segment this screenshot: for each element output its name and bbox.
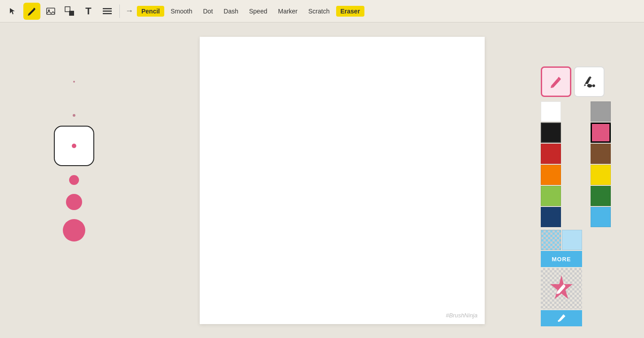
- brush-preview-dot: [72, 144, 76, 148]
- color-pink[interactable]: [591, 123, 611, 143]
- svg-rect-4: [69, 11, 74, 16]
- pencil-draw-tool-button[interactable]: [23, 3, 40, 20]
- brush-marker-button[interactable]: Marker: [273, 6, 302, 17]
- fill-bucket-icon: [583, 75, 596, 88]
- color-navy[interactable]: [541, 207, 561, 227]
- brush-smooth-button[interactable]: Smooth: [166, 6, 197, 17]
- eyedropper-button[interactable]: [541, 310, 582, 326]
- toolbar: T → Pencil Smooth Dot Dash Speed Marker …: [0, 0, 644, 22]
- pencil-tool-icon: [27, 6, 37, 16]
- lines-tool-icon: [102, 7, 112, 15]
- svg-point-8: [592, 84, 595, 87]
- text-tool-icon: T: [85, 5, 91, 17]
- small-brush-preview-2: [73, 114, 75, 117]
- brush-pencil-button[interactable]: Pencil: [137, 6, 164, 17]
- brand-pencil-icon: [556, 283, 567, 294]
- color-lightblue[interactable]: [562, 230, 582, 250]
- fill-mode-button[interactable]: [574, 66, 605, 97]
- select-tool-button[interactable]: [4, 3, 22, 20]
- color-lime[interactable]: [541, 186, 561, 206]
- color-red[interactable]: [541, 144, 561, 164]
- pencil-draw-icon: [549, 75, 563, 88]
- shape-tool-icon: [65, 6, 74, 16]
- svg-rect-6: [103, 10, 112, 12]
- svg-marker-0: [10, 8, 15, 14]
- eyedropper-icon: [557, 314, 566, 323]
- color-yellow[interactable]: [591, 165, 611, 185]
- brush-size-medium[interactable]: [66, 194, 82, 210]
- brush-size-preview-box[interactable]: [54, 126, 94, 166]
- color-grid: [541, 101, 640, 227]
- color-black[interactable]: [541, 123, 561, 143]
- color-gray[interactable]: [591, 101, 611, 122]
- main-area: #BrushNinja: [0, 22, 644, 338]
- brush-dash-button[interactable]: Dash: [219, 6, 243, 17]
- right-sidebar: MORE: [536, 22, 644, 338]
- extra-color-row: [541, 230, 640, 250]
- color-palette-section: MORE: [541, 101, 640, 326]
- drawing-canvas[interactable]: #BrushNinja: [200, 37, 485, 324]
- brush-eraser-button[interactable]: Eraser: [336, 6, 365, 17]
- select-cursor-icon: [9, 7, 17, 15]
- svg-rect-7: [103, 13, 112, 14]
- draw-fill-row: [541, 66, 640, 97]
- brush-speed-button[interactable]: Speed: [245, 6, 272, 17]
- toolbar-divider: [119, 4, 120, 18]
- small-brush-preview-1: [73, 81, 75, 83]
- lines-tool-button[interactable]: [99, 3, 116, 20]
- left-sidebar: [0, 22, 148, 338]
- shape-tool-button[interactable]: [61, 3, 78, 20]
- more-colors-button[interactable]: MORE: [541, 251, 582, 267]
- watermark-text: #BrushNinja: [446, 312, 478, 319]
- color-transparent[interactable]: [541, 230, 561, 250]
- brush-size-small[interactable]: [69, 175, 79, 185]
- brush-dot-button[interactable]: Dot: [199, 6, 218, 17]
- brand-logo: [546, 273, 577, 304]
- color-white[interactable]: [541, 101, 561, 122]
- brand-logo-cell: [541, 268, 582, 309]
- canvas-area: #BrushNinja: [148, 22, 536, 338]
- image-tool-button[interactable]: [42, 3, 59, 20]
- brush-scratch-button[interactable]: Scratch: [304, 6, 334, 17]
- color-green[interactable]: [591, 186, 611, 206]
- arrow-icon: →: [125, 6, 133, 16]
- text-tool-button[interactable]: T: [80, 3, 97, 20]
- brush-size-large[interactable]: [63, 219, 85, 241]
- svg-rect-5: [103, 8, 112, 9]
- color-brown[interactable]: [591, 144, 611, 164]
- draw-mode-button[interactable]: [541, 66, 571, 97]
- image-tool-icon: [46, 6, 56, 16]
- color-orange[interactable]: [541, 165, 561, 185]
- color-skyblue[interactable]: [591, 207, 611, 227]
- svg-point-9: [558, 320, 560, 322]
